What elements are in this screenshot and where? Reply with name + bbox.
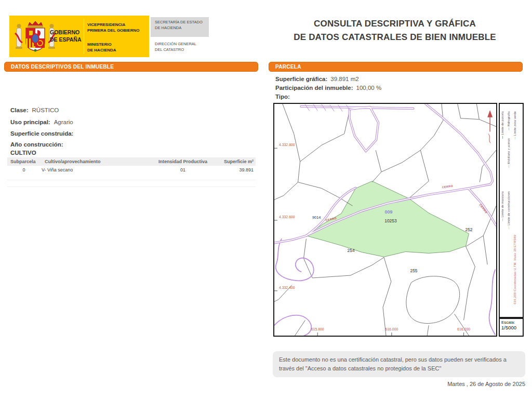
scale-box: Escala: 1/5000	[499, 318, 524, 337]
legend-item-limite-construcciones: — Límite de construcciones	[507, 191, 510, 229]
field-superficie-construida-label: Superficie construida:	[10, 130, 73, 137]
section-header-datos-descriptivos: DATOS DESCRIPTIVOS DEL INMUEBLE	[4, 62, 258, 72]
cell-cultivo: V- Viña secano	[41, 167, 152, 172]
field-participacion-value: 100,00 %	[356, 85, 382, 91]
field-superficie-grafica: Superficie gráfica:39.891 m2	[275, 76, 359, 82]
cultivo-empty-row	[7, 174, 256, 180]
ministerio-label: MINISTERIO DE HACIENDA	[87, 42, 116, 53]
legend-item-hidrografia: — Hidrografía	[507, 111, 510, 130]
cultivo-table-row: 0 V- Viña secano 01 39.891	[7, 166, 256, 174]
cell-superficie: 39.891	[214, 167, 256, 172]
cultivo-empty-row	[7, 180, 256, 187]
section-header-parcela: PARCELA	[269, 62, 523, 72]
field-ano-construccion: Año construcción:	[10, 141, 67, 148]
y-coord-label: 4.332.400	[279, 286, 295, 289]
x-coord-label: 616.000	[385, 327, 398, 331]
legend-item-zona-verde: — Límite zona verde	[513, 111, 516, 140]
neighbor-252-label: 252	[465, 227, 472, 232]
x-coord-label: 615.800	[311, 327, 324, 331]
field-ano-construccion-label: Año construcción:	[10, 141, 63, 148]
document-date: Martes , 26 de Agosto de 2025	[273, 381, 525, 387]
field-uso-principal-value: Agrario	[54, 119, 73, 125]
cultivo-table: Subparcela Cultivo/aprovechamiento Inten…	[7, 157, 256, 187]
col-superficie: Superficie m²	[214, 159, 256, 164]
legend-item-limite-manzana: — Límite de manzana	[501, 191, 504, 221]
field-clase-value: RÚSTICO	[32, 107, 59, 113]
road-parcel-label: 9014	[312, 215, 321, 220]
y-coord-label: 4.332.600	[279, 215, 295, 219]
scale-label: Escala:	[501, 320, 523, 325]
map-legend: — Límite de parcela — Hidrografía — Mobi…	[499, 103, 524, 318]
cell-intensidad: 01	[152, 167, 214, 172]
col-intensidad: Intensidad Productiva	[152, 159, 214, 164]
field-participacion: Participación del inmueble:100,00 %	[275, 85, 381, 91]
document-title-line2: DE DATOS CATASTRALES DE BIEN INMUEBLE	[275, 31, 514, 44]
field-tipo: Tipo:	[275, 94, 293, 100]
crs-note-label: 616.200 Coordenadas U.TM. Huso 30 ETRS89	[513, 235, 516, 304]
col-subparcela: Subparcela	[7, 159, 44, 164]
neighbor-254-label: 254	[348, 248, 355, 253]
field-clase: Clase:RÚSTICO	[10, 107, 59, 113]
field-superficie-grafica-value: 39.891 m2	[330, 76, 358, 82]
legend-item-limite-parcela: — Límite de parcela	[501, 111, 504, 139]
road-name-label: CERRO	[442, 184, 453, 189]
logo-divider	[84, 19, 84, 54]
neighbor-255-label: 255	[410, 268, 417, 273]
field-superficie-construida: Superficie construida:	[10, 130, 77, 137]
secretaria-box: SECRETARÍA DE ESTADO DE HACIENDA	[151, 17, 209, 37]
vicepresidencia-label: VICEPRESIDENCIA PRIMERA DEL GOBIERNO	[87, 22, 139, 33]
field-uso-principal-label: Uso principal:	[10, 119, 50, 125]
y-coord-label: 4.332.800	[279, 143, 295, 147]
field-uso-principal: Uso principal:Agrario	[10, 119, 73, 125]
gobierno-espana-label: GOBIERNO DE ESPAÑA	[50, 29, 81, 43]
field-clase-label: Clase:	[10, 107, 29, 113]
cadastral-document-page: GOBIERNO DE ESPAÑA VICEPRESIDENCIA PRIME…	[0, 0, 532, 399]
legend-item-mobiliario: — Mobiliario y aceras	[507, 138, 510, 168]
document-title-line1: CONSULTA DESCRIPTIVA Y GRÁFICA	[275, 17, 514, 31]
cultivo-table-header: Subparcela Cultivo/aprovechamiento Inten…	[7, 157, 256, 166]
x-coord-label: 616.200	[457, 327, 470, 331]
cultivo-section-title: CULTIVO	[10, 150, 36, 156]
cadastral-map: 4.332.800 4.332.600 4.332.400 615.800 61…	[273, 103, 497, 337]
scale-value: 1/5000	[501, 325, 523, 330]
subject-code-label: 009	[385, 209, 393, 215]
document-title: CONSULTA DESCRIPTIVA Y GRÁFICA DE DATOS …	[275, 17, 514, 45]
subject-parcel-label: 10253	[384, 218, 397, 223]
direccion-catastro-label: DIRECCIÓN GENERAL DEL CATASTRO	[155, 42, 196, 53]
field-tipo-label: Tipo:	[275, 94, 290, 100]
field-participacion-label: Participación del inmueble:	[275, 85, 353, 91]
field-superficie-grafica-label: Superficie gráfica:	[275, 76, 327, 82]
col-cultivo: Cultivo/aprovechamiento	[44, 159, 152, 164]
cadastral-map-svg: 4.332.800 4.332.600 4.332.400 615.800 61…	[274, 104, 496, 336]
north-arrow-icon	[487, 110, 493, 143]
disclaimer-note: Este documento no es una certificación c…	[273, 351, 525, 377]
cell-subparcela: 0	[7, 167, 41, 172]
